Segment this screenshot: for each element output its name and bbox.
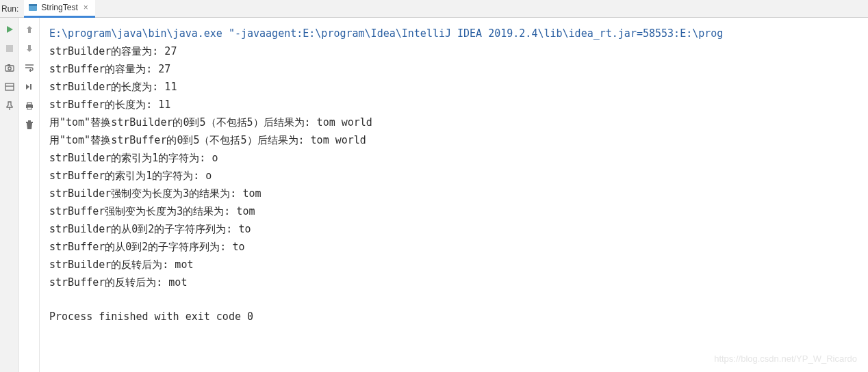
left-gutter-primary [0, 18, 19, 372]
output-line: 用"tom"替换strBuffer的0到5（不包括5）后结果为: tom wor… [49, 131, 868, 149]
svg-rect-1 [29, 4, 37, 6]
camera-icon[interactable] [3, 62, 16, 74]
console-output[interactable]: E:\program\java\bin\java.exe "-javaagent… [40, 18, 868, 372]
trash-icon[interactable] [23, 119, 36, 131]
stop-icon[interactable] [3, 42, 16, 55]
svg-marker-2 [7, 26, 13, 33]
pin-icon[interactable] [3, 100, 16, 112]
left-gutter-secondary [19, 18, 40, 372]
svg-rect-11 [27, 107, 31, 109]
run-label: Run: [0, 4, 24, 14]
output-line: strBuilder的反转后为: mot [49, 256, 868, 274]
output-line: strBuilder强制变为长度为3的结果为: tom [49, 185, 868, 202]
close-icon[interactable]: × [84, 3, 88, 12]
svg-point-5 [8, 67, 10, 70]
output-line: strBuilder的从0到2的子字符序列为: to [49, 220, 868, 238]
output-line: strBuilder的长度为: 11 [49, 78, 868, 96]
process-finished: Process finished with exit code 0 [49, 308, 868, 326]
soft-wrap-icon[interactable] [23, 62, 36, 74]
layout-icon[interactable] [3, 81, 16, 93]
output-line: strBuffer的长度为: 11 [49, 96, 868, 114]
output-line: strBuffer的容量为: 27 [49, 60, 868, 78]
up-icon[interactable] [23, 23, 36, 36]
output-line: strBuilder的索引为1的字符为: o [49, 149, 868, 167]
print-icon[interactable] [23, 100, 36, 112]
output-line: strBuffer的从0到2的子字符序列为: to [49, 238, 868, 256]
output-line: strBuffer的索引为1的字符为: o [49, 167, 868, 185]
output-line: strBuilder的容量为: 27 [49, 42, 868, 60]
tab-label: StringTest [41, 3, 77, 12]
svg-rect-3 [6, 45, 13, 52]
svg-rect-10 [27, 103, 31, 105]
down-icon[interactable] [23, 42, 36, 55]
tool-window-body: E:\program\java\bin\java.exe "-javaagent… [0, 18, 868, 372]
svg-rect-7 [5, 83, 14, 90]
rerun-icon[interactable] [3, 23, 16, 36]
run-tool-window-header: Run: StringTest × [0, 0, 868, 18]
application-icon [28, 3, 38, 12]
scroll-to-end-icon[interactable] [23, 81, 36, 93]
output-line: strBuffer强制变为长度为3的结果为: tom [49, 202, 868, 220]
svg-rect-6 [8, 64, 10, 66]
watermark: https://blog.csdn.net/YP_W_Ricardo [714, 350, 857, 368]
run-config-tab[interactable]: StringTest × [24, 0, 94, 18]
command-line: E:\program\java\bin\java.exe "-javaagent… [49, 25, 868, 42]
output-line: 用"tom"替换strBuilder的0到5（不包括5）后结果为: tom wo… [49, 114, 868, 131]
output-line: strBuffer的反转后为: mot [49, 274, 868, 291]
